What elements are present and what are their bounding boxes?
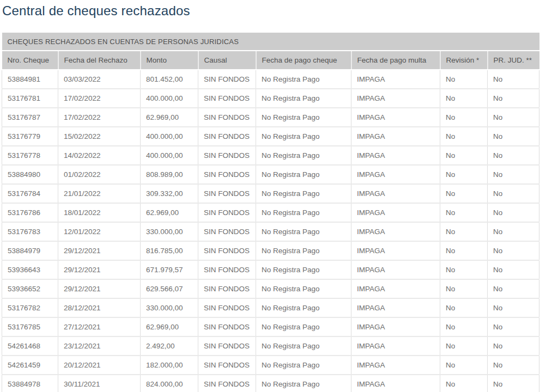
table-cell: No	[488, 108, 539, 127]
table-cell: No	[488, 203, 539, 222]
table-cell: 14/02/2022	[58, 146, 141, 165]
table-cell: SIN FONDOS	[198, 184, 256, 203]
table-cell: No	[488, 184, 539, 203]
table-cell: No Registra Pago	[256, 279, 351, 298]
table-cell: 12/01/2022	[58, 222, 141, 241]
table-cell: No Registra Pago	[256, 241, 351, 260]
column-header: Monto	[141, 51, 198, 70]
table-cell: 330.000,00	[141, 222, 198, 241]
table-cell: SIN FONDOS	[198, 279, 256, 298]
table-cell: 801.452,00	[141, 70, 198, 89]
table-cell: IMPAGA	[351, 356, 440, 375]
table-cell: IMPAGA	[351, 146, 440, 165]
table-row: 5393664329/12/2021671.979,57SIN FONDOSNo…	[2, 260, 539, 279]
table-cell: 54261459	[2, 356, 58, 375]
table-cell: No Registra Pago	[256, 336, 351, 356]
table-cell: No	[440, 89, 488, 108]
table-cell: IMPAGA	[351, 336, 440, 356]
table-cell: No	[488, 89, 539, 108]
table-cell: 17/02/2022	[58, 89, 141, 108]
table-row: 5393665229/12/2021629.566,07SIN FONDOSNo…	[2, 279, 539, 298]
column-header: Fecha del Rechazo	[58, 51, 141, 70]
table-cell: No	[488, 222, 539, 241]
table-cell: No	[488, 356, 539, 375]
table-cell: 53176785	[2, 317, 58, 336]
table-cell: SIN FONDOS	[198, 260, 256, 279]
table-cell: No	[488, 165, 539, 184]
table-cell: 53176787	[2, 108, 58, 127]
table-cell: IMPAGA	[351, 260, 440, 279]
table-row: 5317678228/12/2021330.000,00SIN FONDOSNo…	[2, 298, 539, 317]
table-cell: No Registra Pago	[256, 127, 351, 146]
table-cell: No	[440, 241, 488, 260]
table-caption-row: CHEQUES RECHAZADOS EN CUENTAS DE PERSONA…	[2, 33, 539, 51]
table-row: 5426146823/12/20212.492,00SIN FONDOSNo R…	[2, 336, 539, 356]
table-cell: 18/01/2022	[58, 203, 141, 222]
table-cell: No Registra Pago	[256, 203, 351, 222]
table-cell: No	[440, 336, 488, 356]
table-cell: 01/02/2022	[58, 165, 141, 184]
table-cell: 21/01/2022	[58, 184, 141, 203]
table-cell: SIN FONDOS	[198, 203, 256, 222]
table-row: 5317677915/02/2022400.000,00SIN FONDOSNo…	[2, 127, 539, 146]
table-cell: SIN FONDOS	[198, 127, 256, 146]
table-cell: 03/03/2022	[58, 70, 141, 89]
table-cell: 400.000,00	[141, 146, 198, 165]
table-cell: 15/02/2022	[58, 127, 141, 146]
table-cell: No Registra Pago	[256, 356, 351, 375]
table-cell: IMPAGA	[351, 70, 440, 89]
table-cell: No	[488, 375, 539, 392]
table-cell: IMPAGA	[351, 127, 440, 146]
table-row: 5317678421/01/2022309.332,00SIN FONDOSNo…	[2, 184, 539, 203]
table-cell: No	[440, 146, 488, 165]
table-cell: 53936643	[2, 260, 58, 279]
table-cell: IMPAGA	[351, 184, 440, 203]
page-title: Central de cheques rechazados	[2, 2, 540, 19]
table-cell: 53176779	[2, 127, 58, 146]
table-cell: IMPAGA	[351, 241, 440, 260]
table-cell: No	[440, 203, 488, 222]
table-cell: 53884981	[2, 70, 58, 89]
column-header: Nro. Cheque	[2, 51, 58, 70]
table-cell: IMPAGA	[351, 317, 440, 336]
table-cell: No	[488, 298, 539, 317]
table-cell: 816.785,00	[141, 241, 198, 260]
table-cell: 23/12/2021	[58, 336, 141, 356]
table-cell: 53176778	[2, 146, 58, 165]
table-cell: 28/12/2021	[58, 298, 141, 317]
table-cell: 17/02/2022	[58, 108, 141, 127]
table-row: 5317678618/01/202262.969,00SIN FONDOSNo …	[2, 203, 539, 222]
table-cell: 54261468	[2, 336, 58, 356]
table-cell: No	[488, 336, 539, 356]
column-header: Fecha de pago cheque	[256, 51, 351, 70]
table-cell: No Registra Pago	[256, 165, 351, 184]
table-cell: SIN FONDOS	[198, 336, 256, 356]
table-row: 5317678527/12/202162.969,00SIN FONDOSNo …	[2, 317, 539, 336]
table-cell: SIN FONDOS	[198, 241, 256, 260]
table-cell: No	[440, 127, 488, 146]
table-cell: IMPAGA	[351, 89, 440, 108]
table-cell: No Registra Pago	[256, 317, 351, 336]
table-cell: No Registra Pago	[256, 108, 351, 127]
table-row: 5317678717/02/202262.969,00SIN FONDOSNo …	[2, 108, 539, 127]
table-cell: IMPAGA	[351, 203, 440, 222]
table-cell: No Registra Pago	[256, 222, 351, 241]
column-header: Fecha de pago multa	[351, 51, 440, 70]
table-caption: CHEQUES RECHAZADOS EN CUENTAS DE PERSONA…	[2, 33, 539, 51]
table-cell: 30/11/2021	[58, 375, 141, 392]
table-cell: No	[488, 127, 539, 146]
table-cell: IMPAGA	[351, 165, 440, 184]
table-cell: IMPAGA	[351, 279, 440, 298]
table-cell: SIN FONDOS	[198, 298, 256, 317]
table-cell: No	[440, 184, 488, 203]
table-row: 5317678312/01/2022330.000,00SIN FONDOSNo…	[2, 222, 539, 241]
table-cell: 671.979,57	[141, 260, 198, 279]
column-header: PR. JUD. **	[488, 51, 539, 70]
rejected-cheques-table: CHEQUES RECHAZADOS EN CUENTAS DE PERSONA…	[2, 33, 539, 392]
table-cell: No	[440, 70, 488, 89]
table-cell: 53176782	[2, 298, 58, 317]
table-row: 5317677814/02/2022400.000,00SIN FONDOSNo…	[2, 146, 539, 165]
table-cell: SIN FONDOS	[198, 89, 256, 108]
table-cell: IMPAGA	[351, 375, 440, 392]
table-cell: No Registra Pago	[256, 298, 351, 317]
